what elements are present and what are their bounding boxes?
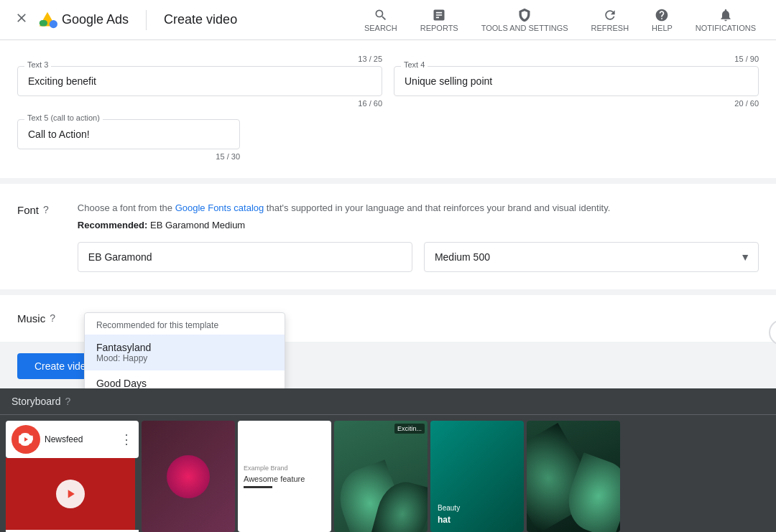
header-divider	[146, 10, 147, 30]
nav-help[interactable]: HELP	[643, 4, 681, 37]
google-ads-logo: Google Ads	[37, 10, 129, 30]
font-content: Choose a font from the Google Fonts cata…	[78, 201, 759, 272]
music-label-col: Music ?	[17, 312, 55, 325]
logo-icon	[37, 10, 57, 30]
font-help-icon[interactable]: ?	[43, 204, 49, 215]
topbar-left: Google Ads Create video	[11, 8, 237, 32]
font-description: Choose a font from the Google Fonts cata…	[78, 201, 759, 215]
music-dropdown-list: Recommended for this template Fantasylan…	[84, 312, 285, 389]
text4-char-count-top: 15 / 90	[394, 55, 759, 63]
svg-rect-2	[40, 20, 47, 26]
content-scroll: 13 / 25 Text 3 16 / 60 15 / 90 Text 4 20…	[0, 40, 776, 388]
brand-name: Google Ads	[62, 12, 129, 27]
font-weight-select[interactable]: Thin 100 Light 300 Regular 400 Medium 50…	[424, 242, 759, 272]
text5-input[interactable]	[17, 119, 240, 149]
text5-label: Text 5 (call to action)	[24, 113, 103, 122]
music-help-icon[interactable]: ?	[50, 312, 55, 324]
text5-group: Text 5 (call to action) 15 / 30	[17, 119, 240, 161]
music-label: Music	[17, 312, 45, 325]
storyboard-thumb-3: Excitin...	[334, 421, 428, 532]
storyboard-thumb-1	[142, 421, 235, 532]
topbar-right: SEARCH REPORTS TOOLS AND SETTINGS REFRES…	[356, 4, 765, 37]
storyboard-content: Newsfeed ⋮ Beauty products that can Exam…	[0, 415, 776, 532]
storyboard-header: Storyboard ?	[0, 388, 776, 415]
text4-input[interactable]	[394, 66, 759, 96]
music-section: Music ? Recommended for this template Fa…	[0, 295, 776, 342]
svg-point-1	[50, 20, 57, 28]
dropdown-item-fantasyland[interactable]: Fantasyland Mood: Happy	[85, 335, 285, 370]
font-label-col: Font ?	[17, 201, 49, 272]
nav-refresh[interactable]: REFRESH	[583, 4, 638, 37]
text4-field-wrapper: Text 4	[394, 66, 759, 96]
newsfeed-top-row: Newsfeed ⋮	[6, 421, 139, 458]
newsfeed-title: Newsfeed	[45, 434, 83, 444]
text-fields-section: 13 / 25 Text 3 16 / 60 15 / 90 Text 4 20…	[0, 40, 776, 178]
font-weight-wrapper: Thin 100 Light 300 Regular 400 Medium 50…	[424, 242, 759, 272]
newsfeed-container: Newsfeed ⋮ Beauty products that can	[6, 421, 139, 526]
text3-char-count: 16 / 60	[17, 99, 382, 108]
font-label: Font	[17, 204, 39, 216]
close-button[interactable]	[11, 8, 32, 32]
text5-char-count: 15 / 30	[17, 152, 240, 161]
nav-search[interactable]: SEARCH	[356, 4, 406, 37]
text-fields-top: 13 / 25 Text 3 16 / 60 15 / 90 Text 4 20…	[17, 55, 759, 111]
text3-field-wrapper: Text 3	[17, 66, 382, 96]
font-name-field	[78, 242, 412, 272]
font-link[interactable]: Google Fonts catalog	[175, 202, 264, 213]
dropdown-item-gooddays[interactable]: Good Days Mood: Happy	[85, 370, 285, 389]
text5-field-wrapper: Text 5 (call to action)	[17, 119, 240, 149]
play-circle[interactable]	[56, 480, 85, 508]
text3-label: Text 3	[24, 60, 51, 69]
dropdown-section-label: Recommended for this template	[85, 313, 285, 335]
storyboard-help-icon[interactable]: ?	[65, 396, 70, 407]
text4-char-count: 20 / 60	[394, 99, 759, 108]
topbar: Google Ads Create video SEARCH REPORTS T…	[0, 0, 776, 40]
font-section: Font ? Choose a font from the Google Fon…	[0, 184, 776, 289]
storyboard-thumb-5	[527, 421, 620, 532]
nav-notifications[interactable]: NOTIFICATIONS	[687, 4, 765, 37]
storyboard-thumb-4: Beauty hat	[430, 421, 524, 532]
nav-reports[interactable]: REPORTS	[412, 4, 467, 37]
text3-group: 13 / 25 Text 3 16 / 60	[17, 55, 382, 111]
font-name-input[interactable]	[78, 242, 412, 272]
page-title: Create video	[164, 12, 237, 27]
text3-char-count-top: 13 / 25	[17, 55, 382, 63]
font-recommended: Recommended: EB Garamond Medium	[78, 220, 759, 230]
newsfeed-video-thumb	[6, 458, 135, 530]
newsfeed-icon	[11, 425, 40, 454]
text3-input[interactable]	[17, 66, 382, 96]
storyboard-section: Storyboard ? Newsfeed ⋮ Beauty products …	[0, 388, 776, 532]
font-inputs: Thin 100 Light 300 Regular 400 Medium 50…	[78, 242, 759, 272]
nav-tools[interactable]: TOOLS AND SETTINGS	[473, 4, 577, 37]
storyboard-label: Storyboard	[11, 396, 60, 407]
text4-label: Text 4	[401, 60, 428, 69]
storyboard-thumb-2: Example Brand Awesome feature	[238, 421, 331, 532]
three-dots-icon[interactable]: ⋮	[120, 431, 133, 447]
text4-group: 15 / 90 Text 4 20 / 60	[394, 55, 759, 111]
